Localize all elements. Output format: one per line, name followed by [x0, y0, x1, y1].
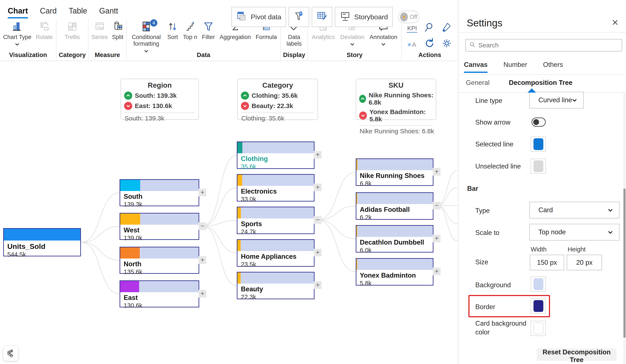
ribbon-button-label: Formula: [256, 34, 277, 40]
border-color: [534, 300, 543, 312]
show-arrow-toggle[interactable]: [532, 117, 546, 127]
width-input[interactable]: [530, 255, 564, 270]
ribbon-button-label: Filter: [202, 34, 215, 40]
node-label: Units_Sold: [7, 242, 80, 251]
ribbon-button-sort[interactable]: Sort: [166, 20, 179, 40]
ribbon-button-filter[interactable]: Filter: [201, 20, 216, 40]
collapse-button-west[interactable]: −: [198, 222, 206, 230]
tab-canvas[interactable]: Canvas: [464, 61, 488, 73]
storyboard-button[interactable]: Storyboard: [335, 7, 393, 27]
zoom-search-icon[interactable]: [423, 22, 434, 34]
card-background-color-label: Card background color: [475, 319, 527, 336]
ribbon-button-rotate[interactable]: Rotate: [35, 20, 54, 40]
tree-node-adidas-football[interactable]: Adidas Football 6.2k: [356, 192, 433, 220]
tab-gantt[interactable]: Gantt: [99, 6, 118, 18]
node-value: 6.0k: [360, 247, 433, 254]
panel-scrollbar-thumb[interactable]: [624, 189, 626, 338]
node-bar-track: [120, 247, 198, 259]
edit-table-button[interactable]: [312, 7, 332, 27]
tree-node-clothing[interactable]: Clothing 35.6k: [237, 141, 314, 169]
pivot-data-button[interactable]: Pivot data: [232, 7, 286, 27]
bar-type-select[interactable]: Card: [529, 202, 620, 218]
ribbon-button-series[interactable]: Series: [90, 20, 109, 40]
expand-button-south[interactable]: +: [198, 189, 206, 196]
card-background-color-swatch[interactable]: [531, 321, 546, 336]
tree-node-north[interactable]: North 135.6k: [119, 247, 199, 274]
subtab-decomposition-tree[interactable]: Decomposition Tree: [509, 79, 572, 87]
background-color-swatch[interactable]: [531, 277, 546, 292]
tree-node-decathlon-dumbbell[interactable]: Decathlon Dumbbell 6.0k: [356, 225, 433, 253]
node-body: Electronics 33.0k: [237, 186, 314, 203]
power-toggle[interactable]: Off: [398, 11, 419, 23]
tab-number[interactable]: Number: [504, 61, 527, 73]
tree-node-nike-running-shoes[interactable]: Nike Running Shoes 6.8k: [356, 158, 433, 186]
selected-line-color-swatch[interactable]: [531, 136, 546, 152]
tree-node-home-appliances[interactable]: Home Appliances 23.5k: [237, 239, 314, 267]
close-icon[interactable]: ×: [612, 17, 618, 28]
subtab-general[interactable]: General: [466, 79, 489, 87]
tree-node-beauty[interactable]: Beauty 22.3k: [237, 272, 314, 299]
summary-card-sku: SKU Nike Running Shoes: 6.8k Yonex Badmi…: [356, 79, 436, 120]
node-bar-fill: [120, 214, 140, 225]
summary-card-row: Nike Running Shoes: 6.8k: [359, 92, 436, 106]
ribbon-button-label: Sort: [167, 34, 178, 40]
line-type-select[interactable]: Curved line: [529, 92, 584, 108]
ribbon-button-top-n[interactable]: Top n: [182, 20, 198, 40]
summary-card-category: Category Clothing: 35.6k Beauty: 22.3k C…: [237, 79, 318, 120]
expand-button-beauty[interactable]: +: [314, 281, 322, 289]
divider: [124, 113, 195, 113]
tree-node-electronics[interactable]: Electronics 33.0k: [237, 174, 314, 201]
chart-type-icon: [12, 20, 23, 33]
border-color-swatch[interactable]: [531, 298, 546, 314]
expand-button-yonex-badminton[interactable]: +: [433, 267, 440, 275]
ribbon-button-chart-type[interactable]: Chart Type: [2, 20, 33, 47]
settings-title: Settings: [467, 17, 502, 29]
tab-others[interactable]: Others: [543, 61, 563, 73]
expand-button-electronics[interactable]: +: [314, 184, 322, 191]
tree-node-units_sold[interactable]: Units_Sold 544.5k: [3, 228, 81, 256]
size-height-label: Height: [568, 246, 586, 253]
settings-search[interactable]: [466, 39, 622, 51]
tab-card[interactable]: Card: [40, 6, 57, 18]
node-bar-fill: [237, 207, 241, 218]
expand-button-home-appliances[interactable]: +: [314, 249, 322, 256]
line-type-label: Line type: [475, 97, 502, 105]
collapse-button-adidas-football[interactable]: −: [433, 202, 440, 209]
ribbon-items: Chart TypeRotate: [0, 19, 56, 51]
node-value: 5.8k: [360, 280, 433, 287]
bar-type-label: Type: [475, 207, 490, 215]
reset-decomposition-tree-button[interactable]: Reset Decomposition Tree: [537, 348, 617, 361]
node-bar-fill: [237, 175, 242, 186]
ribbon-button-trellis[interactable]: Trellis: [63, 20, 81, 40]
expand-button-east[interactable]: +: [198, 290, 206, 298]
summary-card-row: Yonex Badminton: 5.8k: [359, 108, 436, 123]
format-painter-icon[interactable]: [440, 22, 452, 34]
expand-button-clothing[interactable]: +: [314, 151, 322, 159]
app-window: ChartCardTableGantt Chart TypeRotateVisu…: [0, 0, 626, 364]
expand-button-nike-running-shoes[interactable]: +: [433, 168, 440, 176]
ribbon-button-conditional-formatting[interactable]: 4Conditional formatting: [129, 20, 164, 54]
tab-table[interactable]: Table: [69, 6, 87, 18]
tree-node-sports[interactable]: Sports 24.7k: [237, 207, 314, 234]
tree-node-west[interactable]: West 139.0k: [119, 213, 199, 240]
node-value: 35.6k: [241, 163, 314, 170]
visual-logo-button[interactable]: [3, 346, 18, 361]
expand-button-decathlon-dumbbell[interactable]: +: [433, 234, 440, 242]
ribbon-button-split[interactable]: Split: [111, 20, 125, 40]
settings-gear-icon[interactable]: [441, 38, 452, 50]
size-label: Size: [475, 258, 488, 266]
unselected-line-color-swatch[interactable]: [531, 159, 546, 174]
ribbon-items: Trellis: [56, 19, 88, 51]
height-input[interactable]: [567, 255, 602, 270]
expand-button-north[interactable]: +: [198, 256, 206, 264]
tree-node-south[interactable]: South 139.3k: [119, 179, 199, 206]
label-a-icon[interactable]: A: [407, 38, 418, 50]
tree-node-east[interactable]: East 130.6k: [119, 280, 199, 307]
refresh-icon[interactable]: [424, 38, 435, 50]
scale-to-select[interactable]: Top node: [529, 224, 620, 240]
search-input[interactable]: [478, 42, 618, 49]
tab-chart[interactable]: Chart: [8, 6, 28, 18]
tree-node-yonex-badminton[interactable]: Yonex Badminton 5.8k: [356, 258, 433, 286]
collapse-button-sports[interactable]: −: [314, 216, 322, 224]
filter-rows-button[interactable]: [288, 7, 309, 27]
